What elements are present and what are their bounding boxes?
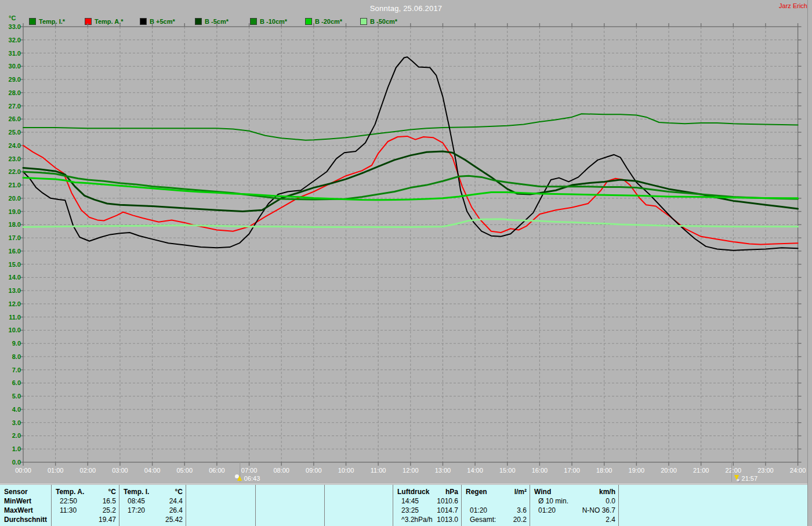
cell-value: 16.5 [103,496,119,506]
cell-time: 22:50 [52,496,77,506]
y-tick-label: 30.0 [9,63,21,70]
cell-time [619,496,627,506]
table-row [256,506,324,515]
column-header-name: Wind [530,487,551,496]
x-tick-label: 17:00 [564,467,580,474]
column-header-name: Temp. A. [52,487,84,496]
cell-time: 14:45 [393,496,419,506]
y-tick-label: 10.0 [9,327,21,333]
cell-value: 2.4 [606,515,618,524]
column-header-name: Temp. I. [119,487,149,496]
table-column-header: Windkm/h [530,487,618,496]
cell-value: 1010.6 [437,496,461,506]
x-tick-label: 10:00 [338,467,354,474]
cell-value: N-NO 36.7 [582,506,618,515]
cell-time: 17:20 [119,506,145,515]
column-header-unit: °C [108,487,119,496]
y-tick-label: 6.0 [12,379,21,386]
cell-time [186,515,194,524]
y-tick-label: 0.0 [12,459,21,466]
table-row: 01:203.6 [462,506,530,515]
cell-value: 19.47 [99,515,119,524]
x-tick-label: 15:00 [499,467,516,474]
x-tick-label: 11:00 [371,467,386,474]
table-row: 23:251014.7 [393,506,461,515]
cell-time [186,506,194,515]
y-tick-label: 25.0 [9,129,21,136]
y-tick-label: 20.0 [9,195,21,202]
sunset-icon [733,474,741,482]
table-top-divider [0,484,808,484]
y-tick-label: 18.0 [9,221,21,228]
table-column [186,485,255,526]
table-row: 22:5016.5 [52,496,119,506]
cell-time: ^3.2hPa/h [393,515,433,524]
x-tick-label: 13:00 [435,467,451,474]
x-tick-label: 20:00 [661,467,677,474]
x-tick-label: 21:00 [693,467,709,474]
x-tick-label: 00:00 [15,467,31,474]
table-row-label: Sensor [0,487,51,496]
column-header-name [619,487,623,496]
table-row-label: Durchschnitt [0,515,51,524]
column-header-name [186,487,190,496]
sunrise-marker: 06:43 [235,474,260,483]
y-tick-label: 7.0 [12,367,21,373]
y-tick-label: 2.0 [12,432,21,439]
table-column [618,485,808,526]
column-header-unit: hPa [445,487,461,496]
x-tick-label: 23:00 [757,467,774,474]
cell-time [186,496,194,506]
cell-time [619,506,627,515]
table-row [325,515,393,524]
cell-time [325,506,333,515]
table-column [324,485,393,526]
table-row: 19.47 [52,515,119,524]
y-tick-label: 15.0 [9,261,21,268]
y-tick-label: 11.0 [9,314,21,321]
x-tick-label: 16:00 [532,467,548,474]
table-column: LuftdruckhPa14:451010.623:251014.7^3.2hP… [393,485,461,526]
table-column-header: Temp. I.°C [119,487,186,496]
cell-time: 08:45 [119,496,145,506]
x-tick-label: 07:00 [241,467,258,474]
cell-time: 01:20 [462,506,487,515]
y-tick-label: 33.0 [9,23,21,30]
cell-time: 23:25 [393,506,419,515]
cell-time [256,496,264,506]
cell-time [256,515,264,524]
x-tick-label: 22:00 [726,467,742,474]
cell-time: Gesamt: [462,515,496,524]
temperature-chart: 00:0001:0002:0003:0004:0005:0006:0007:00… [0,0,812,484]
y-tick-label: 23.0 [9,155,21,162]
table-row: ^3.2hPa/h1013.0 [393,515,461,524]
table-column: Windkm/hØ 10 min.0.001:20N-NO 36.72.4 [530,485,618,526]
table-row [619,496,808,506]
y-tick-label: 22.0 [9,168,21,175]
cell-value: 25.42 [165,515,186,524]
table-column-sensor: SensorMinWertMaxWertDurchschnitt [0,485,51,526]
table-column-header [325,487,393,496]
table-column-header [186,487,255,496]
sunrise-icon [235,474,243,482]
y-tick-label: 24.0 [9,142,21,149]
cell-value: 0.0 [606,496,618,506]
x-tick-label: 12:00 [403,467,419,474]
cell-value: 26.4 [169,506,186,515]
table-row [256,515,324,524]
x-tick-label: 24:00 [790,467,806,474]
y-tick-label: 1.0 [12,445,21,452]
table-column-header: Temp. A.°C [52,487,119,496]
y-tick-label: 19.0 [9,208,21,215]
y-tick-label: 31.0 [9,50,21,57]
x-tick-label: 03:00 [112,467,128,474]
y-tick-label: 29.0 [9,76,21,83]
cell-time [462,496,470,506]
table-row: 01:20N-NO 36.7 [530,506,618,515]
table-row: Gesamt:20.2 [462,515,530,524]
y-tick-label: 8.0 [12,353,21,360]
x-tick-label: 09:00 [306,467,322,474]
x-tick-label: 05:00 [176,467,193,474]
window-right-border [807,0,808,526]
column-header-unit: km/h [599,487,618,496]
